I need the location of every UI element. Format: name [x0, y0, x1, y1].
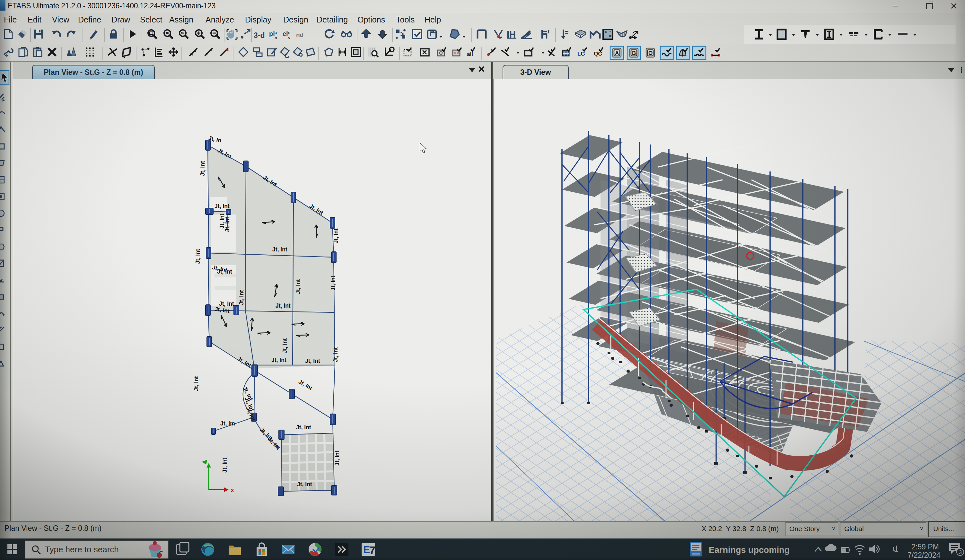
- svg-text:nd: nd: [296, 31, 303, 38]
- svg-text:Jt, Im: Jt, Im: [220, 420, 235, 427]
- svg-text:A: A: [615, 50, 619, 56]
- svg-text:Jt, Int: Jt, Int: [295, 279, 301, 294]
- svg-text:Jt, Int: Jt, Int: [224, 217, 231, 232]
- svg-text:7/22/2024: 7/22/2024: [908, 551, 940, 559]
- svg-text:Jt, Int: Jt, Int: [305, 358, 320, 364]
- svg-text:Jt, Int: Jt, Int: [222, 457, 228, 473]
- svg-text:Jt, Int: Jt, Int: [296, 424, 311, 431]
- svg-text:e: e: [288, 30, 290, 35]
- svg-text:Jt, Int: Jt, Int: [200, 161, 206, 176]
- svg-text:Type here to search: Type here to search: [45, 545, 119, 554]
- svg-text:Jt, Int: Jt, Int: [214, 203, 230, 209]
- svg-text:2:59 PM: 2:59 PM: [911, 543, 939, 551]
- svg-text:Earnings upcoming: Earnings upcoming: [709, 545, 790, 555]
- svg-text:Jt, Int: Jt, Int: [238, 290, 245, 305]
- svg-text:Jt, Int: Jt, Int: [334, 451, 340, 465]
- svg-text:Jt, Int: Jt, Int: [297, 481, 312, 487]
- svg-text:7: 7: [369, 544, 375, 556]
- svg-text:el: el: [283, 30, 288, 37]
- svg-text:Jt, Int: Jt, Int: [193, 376, 200, 391]
- svg-text:QG: QG: [594, 51, 602, 57]
- svg-text:Jt, Int: Jt, Int: [330, 276, 336, 291]
- svg-text:Jt, Int: Jt, Int: [217, 268, 232, 275]
- svg-text:O: O: [648, 50, 653, 56]
- svg-text:Jt, Int: Jt, Int: [195, 249, 201, 264]
- svg-text:all: all: [467, 51, 473, 57]
- svg-text:Jt, Int: Jt, Int: [219, 300, 234, 307]
- svg-text:Jt, Int: Jt, Int: [272, 357, 286, 363]
- svg-text:a: a: [275, 30, 277, 35]
- svg-text:3: 3: [959, 550, 962, 555]
- svg-text:Jt, Int: Jt, Int: [298, 378, 314, 392]
- svg-text:Jt, Int: Jt, Int: [333, 228, 339, 243]
- svg-text:Jt, Int: Jt, Int: [272, 246, 288, 253]
- svg-text:x: x: [231, 487, 234, 493]
- svg-text:n: n: [275, 35, 277, 40]
- svg-text:Jt, Int: Jt, Int: [276, 302, 291, 309]
- svg-text:Jt, Int: Jt, Int: [281, 338, 288, 353]
- svg-text:pl: pl: [269, 30, 275, 37]
- svg-text:3-d: 3-d: [254, 31, 265, 39]
- svg-text:v: v: [288, 35, 291, 40]
- svg-text:Jt, Int: Jt, Int: [332, 347, 339, 362]
- svg-text:B: B: [632, 50, 636, 56]
